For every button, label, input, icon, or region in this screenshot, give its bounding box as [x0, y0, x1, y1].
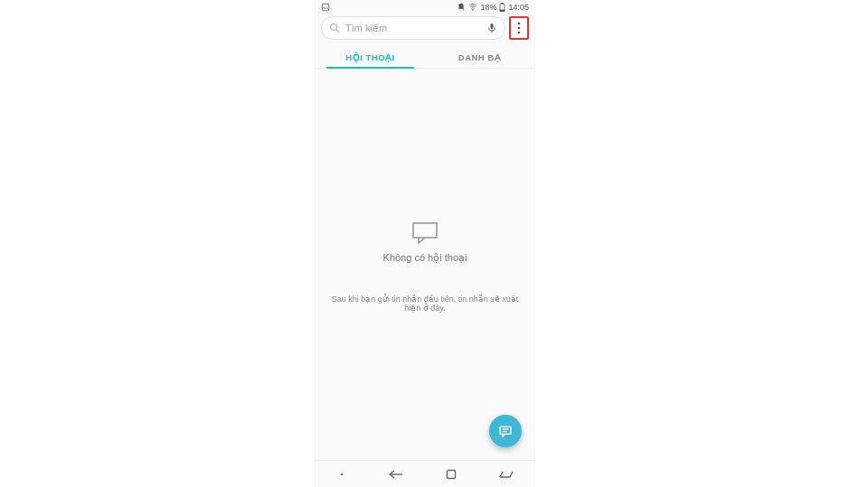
empty-state: Không có hội thoại Sau khi bạn gửi tin n… [316, 221, 534, 313]
svg-point-10 [518, 23, 521, 25]
status-bar: 18% 14:05 [316, 0, 534, 14]
status-left [321, 3, 330, 12]
status-time: 14:05 [508, 3, 529, 12]
tab-conversations[interactable]: HỘI THOẠI [316, 45, 425, 68]
empty-description: Sau khi bạn gửi tin nhắn đầu tiên, tin n… [316, 295, 534, 313]
empty-title: Không có hội thoại [316, 252, 534, 264]
tab-label: HỘI THOẠI [345, 52, 394, 62]
search-icon [329, 23, 340, 33]
tab-contacts[interactable]: DANH BẠ [425, 45, 534, 68]
svg-rect-13 [413, 223, 437, 238]
svg-line-7 [336, 30, 339, 33]
image-icon [321, 3, 330, 12]
nav-dot-icon[interactable] [337, 470, 346, 479]
search-placeholder: Tìm kiếm [345, 23, 481, 34]
svg-rect-14 [500, 426, 511, 434]
battery-percent: 18% [480, 3, 496, 12]
svg-rect-8 [491, 23, 494, 29]
nav-recents-icon[interactable] [499, 469, 514, 480]
more-vertical-icon [517, 22, 521, 34]
mic-icon[interactable] [486, 23, 497, 33]
wifi-icon [468, 3, 477, 12]
svg-rect-19 [447, 470, 455, 478]
navigation-bar [316, 460, 534, 487]
empty-chat-icon [316, 221, 534, 245]
svg-rect-5 [500, 10, 505, 12]
nav-home-icon[interactable] [446, 469, 457, 480]
svg-point-12 [518, 32, 521, 34]
compose-icon [498, 424, 513, 438]
svg-point-6 [331, 24, 337, 31]
phone-frame: 18% 14:05 Tìm kiếm HỘI THOẠI DANH BẠ Khô… [316, 0, 534, 487]
svg-rect-0 [322, 4, 329, 11]
svg-point-17 [340, 473, 342, 474]
svg-point-11 [518, 27, 521, 30]
tabs: HỘI THOẠI DANH BẠ [316, 45, 534, 69]
svg-rect-4 [502, 3, 504, 4]
tab-label: DANH BẠ [458, 52, 501, 62]
svg-point-2 [473, 10, 474, 11]
nav-back-icon[interactable] [389, 469, 403, 480]
status-right: 18% 14:05 [457, 3, 529, 12]
compose-fab[interactable] [489, 415, 522, 447]
search-input[interactable]: Tìm kiếm [321, 16, 505, 40]
battery-icon [499, 3, 505, 12]
mute-icon [457, 3, 466, 12]
topbar: Tìm kiếm [316, 14, 534, 45]
more-options-button[interactable] [509, 16, 529, 40]
